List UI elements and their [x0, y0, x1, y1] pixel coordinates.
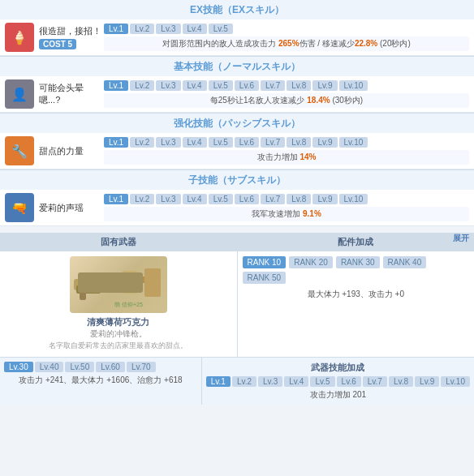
sub-lv-8[interactable]: Lv.8 — [287, 194, 311, 204]
normal-lv-tabs: Lv.1 Lv.2 Lv.3 Lv.4 Lv.5 Lv.6 Lv.7 Lv.8 … — [104, 80, 469, 91]
sub-skill-section: 子技能（サブスキル） 🔫 爱莉的声瑶 Lv.1 Lv.2 Lv.3 Lv.4 L… — [0, 169, 474, 226]
normal-skill-section: 基本技能（ノーマルスキル） 👤 可能会头晕嗯...? Lv.1 Lv.2 Lv.… — [0, 56, 474, 113]
svg-rect-4 — [131, 277, 159, 283]
ex-skill-row: 🍦 很造甜，接招！ COST 5 Lv.1 Lv.2 Lv.3 Lv.4 Lv.… — [0, 19, 474, 56]
sub-skill-header: 子技能（サブスキル） — [0, 170, 474, 190]
lv-stat: 攻击力 +241、最大体力 +1606、治愈力 +618 — [4, 375, 197, 386]
weapon-name: 清爽薄荷巧克力 — [87, 316, 149, 328]
passive-lv-8[interactable]: Lv.8 — [287, 137, 311, 148]
normal-lv-1[interactable]: Lv.1 — [104, 80, 128, 91]
passive-lv-10[interactable]: Lv.10 — [339, 137, 368, 148]
ws-lv-4[interactable]: Lv.4 — [284, 376, 308, 387]
sub-lv-4[interactable]: Lv.4 — [183, 194, 207, 204]
ws-lv-5[interactable]: Lv.5 — [310, 376, 334, 387]
svg-rect-3 — [76, 285, 101, 294]
ws-lv-8[interactable]: Lv.8 — [389, 376, 413, 387]
passive-lv-1[interactable]: Lv.1 — [104, 137, 128, 148]
sub-lv-1[interactable]: Lv.1 — [104, 194, 128, 204]
ex-lv-2[interactable]: Lv.2 — [130, 24, 154, 34]
normal-skill-row: 👤 可能会头晕嗯...? Lv.1 Lv.2 Lv.3 Lv.4 Lv.5 Lv… — [0, 76, 474, 113]
materials-header: 固有武器 配件加成 展开 — [0, 233, 474, 251]
passive-skill-name: 甜点的力量 — [39, 145, 104, 157]
normal-lv-5[interactable]: Lv.5 — [209, 80, 233, 91]
sub-skill-name: 爱莉的声瑶 — [39, 202, 104, 214]
ex-skill-label: 很造甜，接招！ COST 5 — [39, 25, 104, 49]
expand-button[interactable]: 展开 — [453, 233, 469, 244]
lv-left-panel: Lv.30 Lv.40 Lv.50 Lv.60 Lv.70 攻击力 +241、最… — [0, 358, 202, 405]
normal-skill-label: 可能会头晕嗯...? — [39, 82, 104, 106]
ex-lv-4[interactable]: Lv.4 — [183, 24, 207, 34]
passive-lv-7[interactable]: Lv.7 — [261, 137, 285, 148]
passive-lv-5[interactable]: Lv.5 — [209, 137, 233, 148]
sub-lv-10[interactable]: Lv.10 — [339, 194, 368, 204]
weapon-image: 萌 信仰+25 — [70, 256, 167, 313]
ex-lv-5[interactable]: Lv.5 — [209, 24, 233, 34]
svg-text:萌 信仰+25: 萌 信仰+25 — [114, 302, 143, 307]
rank-20[interactable]: RANK 20 — [289, 256, 333, 268]
normal-lv-7[interactable]: Lv.7 — [261, 80, 285, 91]
sub-lv-7[interactable]: Lv.7 — [261, 194, 285, 204]
passive-skill-row: 🔧 甜点的力量 Lv.1 Lv.2 Lv.3 Lv.4 Lv.5 Lv.6 Lv… — [0, 133, 474, 169]
svg-rect-6 — [80, 290, 86, 300]
sub-skill-levels: Lv.1 Lv.2 Lv.3 Lv.4 Lv.5 Lv.6 Lv.7 Lv.8 … — [104, 194, 469, 221]
ws-lv-7[interactable]: Lv.7 — [363, 376, 387, 387]
normal-lv-10[interactable]: Lv.10 — [339, 80, 368, 91]
lv-40[interactable]: Lv.40 — [35, 362, 64, 372]
rank-10[interactable]: RANK 10 — [243, 256, 287, 268]
passive-skill-icon: 🔧 — [5, 136, 34, 165]
normal-skill-header: 基本技能（ノーマルスキル） — [0, 57, 474, 76]
ex-skill-name: 很造甜，接招！ — [39, 25, 104, 37]
ex-lv-1[interactable]: Lv.1 — [104, 24, 128, 34]
lv-60[interactable]: Lv.60 — [96, 362, 125, 372]
lv-left-tabs: Lv.30 Lv.40 Lv.50 Lv.60 Lv.70 — [4, 362, 197, 372]
sub-lv-2[interactable]: Lv.2 — [130, 194, 154, 204]
sub-lv-3[interactable]: Lv.3 — [156, 194, 180, 204]
sub-lv-tabs: Lv.1 Lv.2 Lv.3 Lv.4 Lv.5 Lv.6 Lv.7 Lv.8 … — [104, 194, 469, 204]
ws-lv-3[interactable]: Lv.3 — [258, 376, 282, 387]
rank-stat: 最大体力 +193、攻击力 +0 — [243, 289, 470, 300]
lv-weapon-section: Lv.30 Lv.40 Lv.50 Lv.60 Lv.70 攻击力 +241、最… — [0, 357, 474, 405]
passive-lv-4[interactable]: Lv.4 — [183, 137, 207, 148]
passive-lv-2[interactable]: Lv.2 — [130, 137, 154, 148]
ws-lv-2[interactable]: Lv.2 — [232, 376, 256, 387]
materials-right-header: 配件加成 展开 — [237, 233, 474, 251]
passive-skill-desc: 攻击力增加 14% — [104, 150, 469, 165]
ex-skill-cost-badge: COST 5 — [39, 39, 76, 49]
ex-skill-desc: 对圆形范围内的敌人造成攻击力 265%伤害 / 移速减少22.8% (20秒内) — [104, 36, 469, 51]
materials-body: 萌 信仰+25 清爽薄荷巧克力 爱莉的冲锋枪。 名字取自爱莉常去的店家里最喜欢的… — [0, 251, 474, 357]
sub-lv-6[interactable]: Lv.6 — [235, 194, 259, 204]
lv-30[interactable]: Lv.30 — [4, 362, 33, 372]
passive-lv-3[interactable]: Lv.3 — [156, 137, 180, 148]
passive-lv-9[interactable]: Lv.9 — [312, 137, 337, 148]
lv-70[interactable]: Lv.70 — [127, 362, 156, 372]
weapon-skill-header: 武器技能加成 — [206, 362, 470, 374]
weapon-skill-tabs: Lv.1 Lv.2 Lv.3 Lv.4 Lv.5 Lv.6 Lv.7 Lv.8 … — [206, 376, 470, 387]
ex-lv-3[interactable]: Lv.3 — [156, 24, 180, 34]
ws-lv-9[interactable]: Lv.9 — [415, 376, 439, 387]
ws-lv-6[interactable]: Lv.6 — [337, 376, 361, 387]
sub-lv-5[interactable]: Lv.5 — [209, 194, 233, 204]
weapon-desc: 名字取自爱莉常去的店家里最喜欢的甜点。 — [49, 341, 187, 351]
normal-skill-levels: Lv.1 Lv.2 Lv.3 Lv.4 Lv.5 Lv.6 Lv.7 Lv.8 … — [104, 80, 469, 108]
normal-skill-name: 可能会头晕嗯...? — [39, 82, 104, 106]
lv-50[interactable]: Lv.50 — [65, 362, 94, 372]
ws-lv-10[interactable]: Lv.10 — [441, 376, 470, 387]
normal-lv-6[interactable]: Lv.6 — [235, 80, 259, 91]
normal-lv-3[interactable]: Lv.3 — [156, 80, 180, 91]
normal-lv-8[interactable]: Lv.8 — [287, 80, 311, 91]
ws-lv-1[interactable]: Lv.1 — [206, 376, 231, 387]
passive-skill-header: 强化技能（パッシブスキル） — [0, 114, 474, 133]
passive-skill-levels: Lv.1 Lv.2 Lv.3 Lv.4 Lv.5 Lv.6 Lv.7 Lv.8 … — [104, 137, 469, 165]
rank-40[interactable]: RANK 40 — [383, 256, 427, 268]
normal-lv-4[interactable]: Lv.4 — [183, 80, 207, 91]
rank-50[interactable]: RANK 50 — [243, 272, 287, 284]
rank-tabs: RANK 10 RANK 20 RANK 30 RANK 40 RANK 50 — [243, 256, 470, 284]
ex-skill-icon: 🍦 — [5, 23, 34, 52]
normal-lv-9[interactable]: Lv.9 — [312, 80, 337, 91]
rank-30[interactable]: RANK 30 — [336, 256, 380, 268]
passive-skill-section: 强化技能（パッシブスキル） 🔧 甜点的力量 Lv.1 Lv.2 Lv.3 Lv.… — [0, 113, 474, 169]
normal-lv-2[interactable]: Lv.2 — [130, 80, 154, 91]
sub-lv-9[interactable]: Lv.9 — [312, 194, 337, 204]
weapon-panel: 萌 信仰+25 清爽薄荷巧克力 爱莉的冲锋枪。 名字取自爱莉常去的店家里最喜欢的… — [0, 251, 238, 357]
passive-lv-6[interactable]: Lv.6 — [235, 137, 259, 148]
